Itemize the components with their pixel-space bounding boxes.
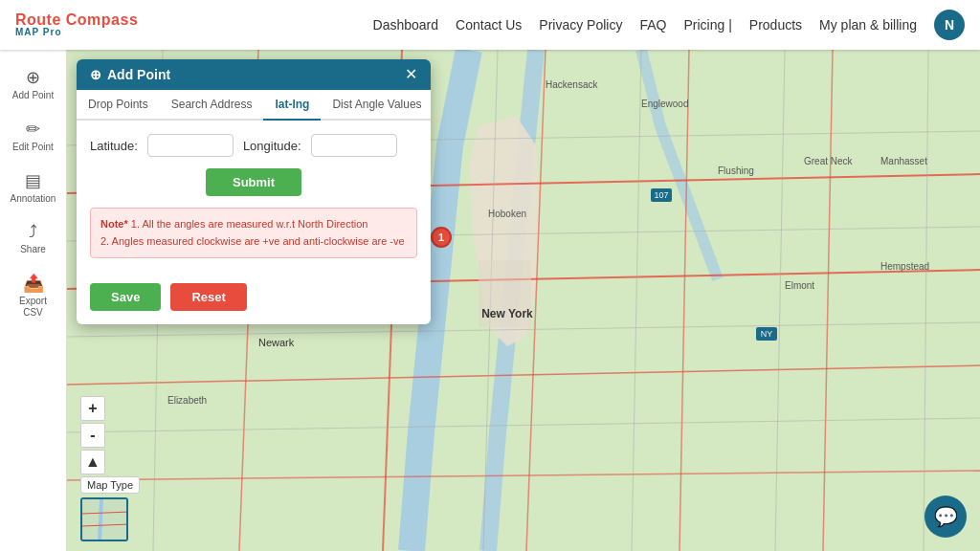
svg-text:New York: New York <box>481 307 533 320</box>
svg-text:Hackensack: Hackensack <box>546 79 598 90</box>
reset-button[interactable]: Reset <box>170 283 246 311</box>
map-controls: + - ▲ <box>80 396 105 474</box>
logo-area: Route Compass MAP Pro <box>15 12 138 37</box>
svg-text:Elizabeth: Elizabeth <box>167 395 207 406</box>
map-type-label[interactable]: Map Type <box>80 476 140 494</box>
note-label: Note* <box>100 218 128 230</box>
logo-top: Route Compass <box>15 12 138 28</box>
nav-privacy[interactable]: Privacy Policy <box>539 17 622 33</box>
add-point-icon: ⊕ <box>26 67 40 88</box>
sidebar-label-export-csv: Export CSV <box>9 296 58 319</box>
sidebar: ⊕ Add Point ✏ Edit Point ▤ Annotation ⤴ … <box>0 50 67 551</box>
modal-footer: Save Reset <box>77 283 431 324</box>
sidebar-item-share[interactable]: ⤴ Share <box>5 216 62 261</box>
sidebar-label-add-point: Add Point <box>12 90 54 101</box>
svg-text:Hoboken: Hoboken <box>488 209 526 219</box>
modal-header: ⊕ Add Point ✕ <box>77 59 431 90</box>
svg-text:Manhasset: Manhasset <box>880 156 927 166</box>
nav-pricing[interactable]: Pricing | <box>683 17 731 33</box>
save-button[interactable]: Save <box>90 283 161 311</box>
note-box: Note* 1. All the angles are measured w.r… <box>90 208 417 258</box>
zoom-in-button[interactable]: + <box>80 396 105 421</box>
sidebar-label-edit-point: Edit Point <box>12 142 54 153</box>
svg-text:NY: NY <box>761 329 773 339</box>
sidebar-label-share: Share <box>20 244 46 255</box>
main: ⊕ Add Point ✏ Edit Point ▤ Annotation ⤴ … <box>0 50 980 551</box>
header: Route Compass MAP Pro Dashboard Contact … <box>0 0 980 50</box>
note-line2: 2. Angles measured clockwise are +ve and… <box>100 235 405 247</box>
modal-tabs: Drop Points Search Address lat-lng Dist … <box>77 90 431 121</box>
note-line1: 1. All the angles are measured w.r.t Nor… <box>131 218 368 230</box>
marker-circle[interactable]: 1 <box>431 227 452 248</box>
nav-dashboard[interactable]: Dashboard <box>373 17 439 33</box>
annotation-icon: ▤ <box>25 170 41 191</box>
logo-bottom: MAP Pro <box>15 28 138 37</box>
nav-faq[interactable]: FAQ <box>639 17 666 33</box>
svg-text:Flushing: Flushing <box>718 165 754 176</box>
nav: Dashboard Contact Us Privacy Policy FAQ … <box>373 10 965 40</box>
tab-dist-angle[interactable]: Dist Angle Values <box>321 90 431 121</box>
map-area[interactable]: New York Newark Elizabeth Hoboken Flushi… <box>67 50 980 551</box>
map-marker[interactable]: 1 <box>431 227 452 248</box>
export-icon: 📤 <box>23 273 44 294</box>
sidebar-item-edit-point[interactable]: ✏ Edit Point <box>5 113 62 159</box>
latitude-label: Latitude: <box>90 139 138 153</box>
tab-lat-lng[interactable]: lat-lng <box>263 90 321 121</box>
edit-icon: ✏ <box>26 119 40 140</box>
submit-button[interactable]: Submit <box>206 168 301 196</box>
tab-drop-points[interactable]: Drop Points <box>77 90 160 121</box>
svg-text:Elmont: Elmont <box>785 280 814 291</box>
tab-search-address[interactable]: Search Address <box>160 90 264 121</box>
sidebar-label-annotation: Annotation <box>11 193 56 205</box>
chat-button[interactable]: 💬 <box>924 496 967 538</box>
modal-title-icon: ⊕ <box>90 67 101 82</box>
latitude-input[interactable] <box>147 134 234 157</box>
svg-rect-40 <box>82 499 128 541</box>
modal-title: Add Point <box>107 67 170 82</box>
svg-text:Englewood: Englewood <box>641 99 688 109</box>
nav-products[interactable]: Products <box>749 17 802 33</box>
svg-text:Newark: Newark <box>258 337 295 348</box>
sidebar-item-add-point[interactable]: ⊕ Add Point <box>5 61 62 107</box>
svg-text:107: 107 <box>654 190 668 200</box>
svg-text:Great Neck: Great Neck <box>804 156 854 166</box>
chat-icon: 💬 <box>934 505 958 528</box>
zoom-out-button[interactable]: - <box>80 423 105 448</box>
modal-body: Latitude: Longitude: Submit Note* 1. All… <box>77 121 431 283</box>
nav-contact[interactable]: Contact Us <box>456 17 522 33</box>
longitude-input[interactable] <box>311 134 397 157</box>
share-icon: ⤴ <box>29 222 37 242</box>
nav-billing[interactable]: My plan & billing <box>819 17 917 33</box>
modal-header-title: ⊕ Add Point <box>90 67 170 82</box>
svg-text:Hempstead: Hempstead <box>880 261 929 272</box>
add-point-modal: ⊕ Add Point ✕ Drop Points Search Address… <box>77 59 431 324</box>
longitude-label: Longitude: <box>243 139 301 153</box>
sidebar-item-annotation[interactable]: ▤ Annotation <box>5 165 62 210</box>
lat-lng-row: Latitude: Longitude: <box>90 134 417 157</box>
compass-button[interactable]: ▲ <box>80 450 105 474</box>
modal-close-button[interactable]: ✕ <box>405 67 417 82</box>
user-avatar[interactable]: N <box>934 10 965 40</box>
sidebar-item-export-csv[interactable]: 📤 Export CSV <box>5 267 62 324</box>
map-thumbnail <box>80 497 128 541</box>
